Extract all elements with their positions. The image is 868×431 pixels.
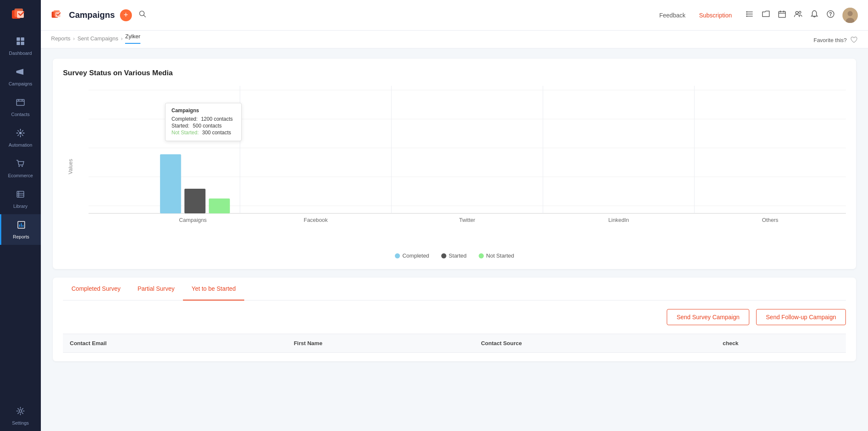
completed-dot	[395, 253, 400, 258]
sidebar-item-campaigns-label: Campaigns	[9, 81, 32, 86]
svg-point-33	[746, 14, 748, 15]
add-button[interactable]: +	[120, 9, 132, 21]
send-followup-campaign-button[interactable]: Send Follow-up Campaign	[756, 309, 846, 325]
not-started-dot	[479, 253, 484, 258]
settings-icon	[16, 406, 25, 418]
svg-rect-2	[17, 11, 24, 18]
help-icon[interactable]	[826, 10, 835, 20]
contacts-icon	[16, 98, 25, 109]
started-dot	[441, 253, 446, 258]
table-header-row: Contact Email First Name Contact Source …	[63, 334, 846, 353]
svg-point-40	[799, 11, 801, 14]
tooltip-started-label: Started:	[171, 123, 189, 129]
tooltip-started-value: 500 contacts	[193, 123, 222, 129]
sidebar: Dashboard Campaigns Contacts	[0, 0, 41, 431]
main-area: Campaigns + Feedback Subscription	[41, 0, 868, 431]
sidebar-item-settings[interactable]: Settings	[0, 400, 41, 431]
col-first-name: First Name	[287, 334, 474, 353]
sidebar-item-ecommerce[interactable]: Ecommerce	[0, 153, 41, 184]
svg-text:Facebook: Facebook	[304, 217, 328, 223]
svg-rect-4	[21, 37, 24, 41]
sidebar-item-library[interactable]: Library	[0, 184, 41, 214]
sidebar-item-automation-label: Automation	[9, 142, 32, 147]
tab-partial-survey[interactable]: Partial Survey	[129, 278, 183, 301]
breadcrumb: Reports › Sent Campaigns › Zylker	[51, 33, 140, 48]
topnav-icons	[745, 8, 858, 23]
table-actions: Send Survey Campaign Send Follow-up Camp…	[63, 309, 846, 325]
search-button[interactable]	[139, 10, 146, 20]
brand-name: Campaigns	[51, 9, 115, 21]
svg-rect-15	[17, 191, 24, 197]
bell-icon[interactable]	[810, 10, 819, 20]
svg-rect-26	[55, 12, 60, 17]
svg-point-7	[16, 71, 19, 73]
svg-line-28	[143, 15, 146, 17]
svg-point-44	[848, 11, 853, 16]
svg-text:Others: Others	[762, 217, 779, 223]
svg-point-32	[746, 11, 748, 13]
sidebar-item-reports-label: Reports	[13, 234, 29, 239]
users-icon[interactable]	[794, 10, 802, 20]
library-icon	[16, 190, 25, 201]
svg-text:Campaigns: Campaigns	[179, 217, 207, 223]
heart-icon	[850, 36, 858, 44]
y-axis-label: Values	[68, 159, 74, 174]
sidebar-item-library-label: Library	[13, 204, 28, 209]
svg-rect-6	[21, 42, 24, 45]
chart-legend: Completed Started Not Started	[63, 252, 846, 259]
reports-icon	[17, 220, 26, 232]
svg-point-23	[19, 410, 22, 412]
breadcrumb-reports[interactable]: Reports	[51, 35, 71, 42]
tooltip-started-row: Started: 500 contacts	[171, 123, 235, 129]
sidebar-item-automation[interactable]: Automation	[0, 122, 41, 153]
tooltip-not-started-label: Not Started:	[171, 130, 199, 136]
breadcrumb-sent-campaigns[interactable]: Sent Campaigns	[77, 35, 118, 42]
tooltip-not-started-row: Not Started: 300 contacts	[171, 130, 235, 136]
favorite-label: Favorite this?	[814, 37, 847, 43]
sidebar-item-dashboard[interactable]: Dashboard	[0, 31, 41, 61]
table-header: Contact Email First Name Contact Source …	[63, 334, 846, 353]
chart-area: 2500 2000 1500 1000 500 0	[89, 86, 846, 230]
col-contact-email: Contact Email	[63, 334, 287, 353]
table-section: Send Survey Campaign Send Follow-up Camp…	[63, 301, 846, 361]
tabs-header: Completed Survey Partial Survey Yet to b…	[63, 278, 846, 301]
dashboard-icon	[16, 37, 25, 48]
legend-started: Started	[441, 252, 467, 259]
feedback-button[interactable]: Feedback	[659, 12, 685, 19]
sidebar-item-contacts[interactable]: Contacts	[0, 92, 41, 122]
sidebar-bottom: Settings	[0, 400, 41, 431]
legend-completed-label: Completed	[403, 252, 429, 259]
legend-not-started: Not Started	[479, 252, 514, 259]
user-avatar[interactable]	[842, 8, 858, 23]
svg-rect-5	[17, 42, 20, 45]
send-survey-campaign-button[interactable]: Send Survey Campaign	[667, 309, 749, 325]
svg-rect-64	[209, 198, 230, 213]
tab-yet-to-start[interactable]: Yet to be Started	[183, 278, 244, 301]
calendar-icon[interactable]	[778, 10, 786, 20]
svg-rect-62	[160, 154, 181, 213]
subscription-button[interactable]: Subscription	[699, 12, 732, 19]
sidebar-item-campaigns[interactable]: Campaigns	[0, 61, 41, 92]
app-logo[interactable]	[0, 0, 41, 31]
breadcrumb-sep-1: ›	[73, 35, 75, 42]
automation-icon	[16, 128, 25, 140]
tooltip-completed-label: Completed:	[171, 116, 197, 122]
favorite-button[interactable]: Favorite this?	[814, 36, 858, 48]
legend-completed: Completed	[395, 252, 429, 259]
campaigns-icon	[16, 67, 25, 79]
list-icon[interactable]	[745, 10, 754, 20]
tab-completed-survey[interactable]: Completed Survey	[63, 278, 129, 301]
breadcrumb-bar: Reports › Sent Campaigns › Zylker Favori…	[41, 31, 868, 48]
ecommerce-icon	[16, 159, 25, 170]
folder-icon[interactable]	[762, 10, 770, 20]
tooltip-completed-row: Completed: 1200 contacts	[171, 116, 235, 122]
tabs-section: Completed Survey Partial Survey Yet to b…	[53, 278, 856, 361]
svg-point-12	[19, 132, 22, 134]
bar-chart: Values 2500 2000	[63, 86, 846, 247]
content-area: Survey Status on Various Media Values	[41, 48, 868, 431]
svg-rect-63	[184, 189, 205, 213]
sidebar-item-reports[interactable]: Reports	[0, 214, 41, 245]
svg-point-34	[746, 16, 748, 17]
topnav: Campaigns + Feedback Subscription	[41, 0, 868, 31]
col-contact-source: Contact Source	[474, 334, 716, 353]
